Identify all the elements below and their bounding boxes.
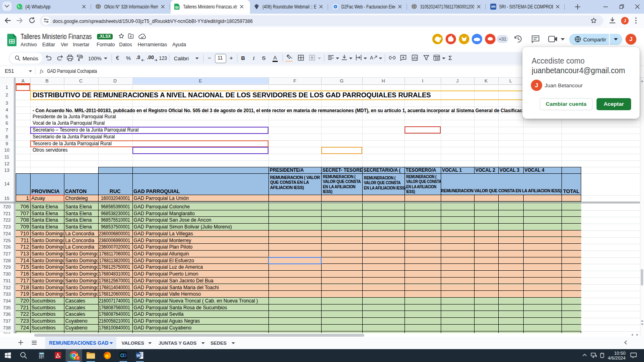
svg-text:4: 4 [21,7,22,9]
svg-text:W: W [136,353,140,358]
